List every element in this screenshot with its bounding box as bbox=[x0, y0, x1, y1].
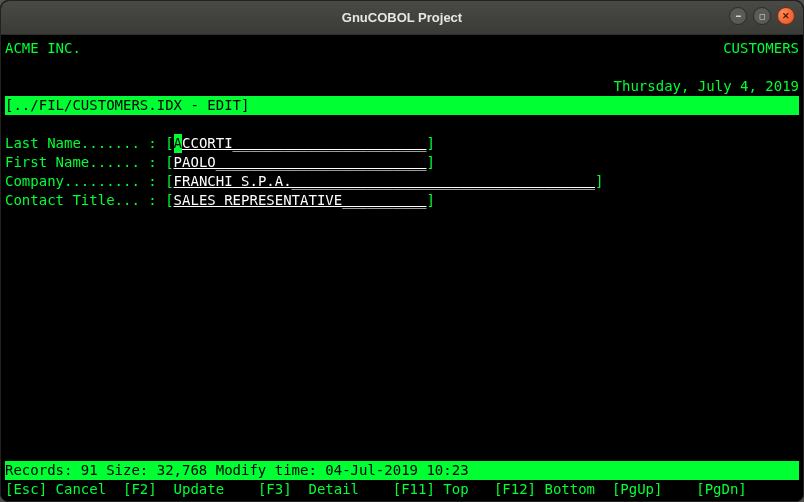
breadcrumb: [../FIL/CUSTOMERS.IDX - EDIT] bbox=[5, 96, 799, 115]
bottom-area: Records: 91 Size: 32,768 Modify time: 04… bbox=[5, 461, 799, 499]
minimize-button[interactable] bbox=[729, 7, 747, 25]
header-row: ACME INC. CUSTOMERS bbox=[5, 39, 799, 58]
close-bracket: ] bbox=[426, 153, 434, 172]
maximize-button[interactable] bbox=[753, 7, 771, 25]
company-value[interactable]: FRANCHI S.P.A.__________________________… bbox=[174, 172, 595, 191]
spacer bbox=[5, 115, 799, 134]
close-bracket: ] bbox=[426, 134, 434, 153]
fn-esc[interactable]: [Esc] Cancel bbox=[5, 480, 123, 499]
close-bracket: ] bbox=[426, 191, 434, 210]
titlebar: GnuCOBOL Project bbox=[1, 1, 803, 35]
screen-name: CUSTOMERS bbox=[723, 39, 799, 58]
field-last-name[interactable]: Last Name....... : [ACCORTI_____________… bbox=[5, 134, 799, 153]
cursor: A bbox=[174, 134, 182, 153]
fn-pgup[interactable]: [PgUp] bbox=[612, 480, 696, 499]
open-bracket: [ bbox=[165, 153, 173, 172]
fn-f3[interactable]: [F3] Detail bbox=[258, 480, 393, 499]
fn-f12[interactable]: [F12] Bottom bbox=[494, 480, 612, 499]
open-bracket: [ bbox=[165, 134, 173, 153]
date-row: Thursday, July 4, 2019 bbox=[5, 77, 799, 96]
open-bracket: [ bbox=[165, 191, 173, 210]
first-name-value[interactable]: PAOLO_________________________ bbox=[174, 153, 427, 172]
contact-title-label: Contact Title... : bbox=[5, 191, 165, 210]
company-label: Company......... : bbox=[5, 172, 165, 191]
window-title: GnuCOBOL Project bbox=[1, 10, 803, 25]
field-contact-title[interactable]: Contact Title... : [SALES REPRESENTATIVE… bbox=[5, 191, 799, 210]
window-controls bbox=[729, 7, 795, 25]
company-name: ACME INC. bbox=[5, 39, 81, 58]
fn-pgdn[interactable]: [PgDn] bbox=[696, 480, 763, 499]
fn-f11[interactable]: [F11] Top bbox=[393, 480, 494, 499]
contact-title-value[interactable]: SALES REPRESENTATIVE__________ bbox=[174, 191, 427, 210]
field-first-name[interactable]: First Name...... : [PAOLO_______________… bbox=[5, 153, 799, 172]
last-name-label: Last Name....... : bbox=[5, 134, 165, 153]
terminal: ACME INC. CUSTOMERS Thursday, July 4, 20… bbox=[1, 35, 803, 501]
fn-key-row: [Esc] Cancel [F2] Update [F3] Detail [F1… bbox=[5, 480, 799, 499]
last-name-value[interactable]: CCORTI_______________________ bbox=[182, 134, 426, 153]
fn-f2[interactable]: [F2] Update bbox=[123, 480, 258, 499]
close-bracket: ] bbox=[595, 172, 603, 191]
status-bar: Records: 91 Size: 32,768 Modify time: 04… bbox=[5, 461, 799, 480]
field-company[interactable]: Company......... : [FRANCHI S.P.A.______… bbox=[5, 172, 799, 191]
date-text: Thursday, July 4, 2019 bbox=[614, 77, 799, 96]
close-button[interactable] bbox=[777, 7, 795, 25]
app-window: GnuCOBOL Project ACME INC. CUSTOMERS Thu… bbox=[0, 0, 804, 502]
open-bracket: [ bbox=[165, 172, 173, 191]
first-name-label: First Name...... : bbox=[5, 153, 165, 172]
